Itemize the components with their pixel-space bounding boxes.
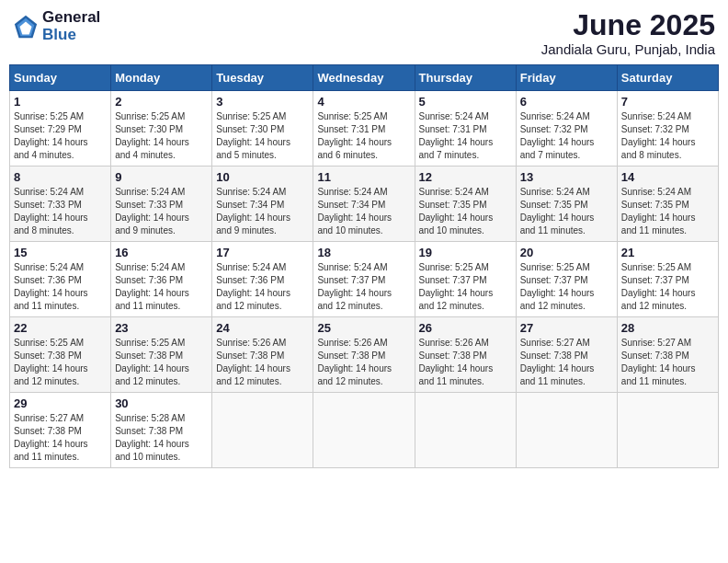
day-number: 17 (216, 246, 309, 259)
calendar-cell: 15Sunrise: 5:24 AM Sunset: 7:36 PM Dayli… (10, 242, 111, 317)
day-number: 10 (216, 170, 309, 184)
calendar-cell: 13Sunrise: 5:24 AM Sunset: 7:35 PM Dayli… (516, 167, 617, 242)
day-detail: Sunrise: 5:24 AM Sunset: 7:35 PM Dayligh… (419, 186, 512, 237)
day-number: 2 (115, 95, 208, 109)
day-number: 14 (621, 170, 714, 184)
day-detail: Sunrise: 5:24 AM Sunset: 7:36 PM Dayligh… (14, 261, 107, 313)
calendar-cell (617, 393, 718, 468)
title-block: June 2025 Jandiala Guru, Punjab, India (541, 9, 715, 57)
calendar-cell: 24Sunrise: 5:26 AM Sunset: 7:38 PM Dayli… (212, 317, 313, 393)
calendar-cell: 14Sunrise: 5:24 AM Sunset: 7:35 PM Dayli… (617, 167, 718, 242)
day-detail: Sunrise: 5:25 AM Sunset: 7:30 PM Dayligh… (115, 110, 208, 162)
day-detail: Sunrise: 5:25 AM Sunset: 7:37 PM Dayligh… (419, 261, 512, 313)
calendar-cell: 25Sunrise: 5:26 AM Sunset: 7:38 PM Dayli… (313, 317, 415, 393)
day-number: 11 (317, 170, 410, 184)
day-detail: Sunrise: 5:24 AM Sunset: 7:32 PM Dayligh… (621, 110, 714, 162)
calendar-cell: 23Sunrise: 5:25 AM Sunset: 7:38 PM Dayli… (111, 317, 212, 393)
day-number: 8 (14, 170, 107, 184)
day-number: 5 (419, 95, 512, 109)
day-detail: Sunrise: 5:24 AM Sunset: 7:31 PM Dayligh… (419, 110, 512, 162)
calendar-cell: 27Sunrise: 5:27 AM Sunset: 7:38 PM Dayli… (516, 317, 617, 393)
calendar-cell: 12Sunrise: 5:24 AM Sunset: 7:35 PM Dayli… (415, 167, 516, 242)
day-number: 7 (621, 95, 714, 109)
day-number: 21 (621, 246, 714, 259)
calendar-cell: 8Sunrise: 5:24 AM Sunset: 7:33 PM Daylig… (10, 167, 111, 242)
weekday-header-friday: Friday (516, 65, 617, 91)
day-detail: Sunrise: 5:26 AM Sunset: 7:38 PM Dayligh… (216, 337, 309, 388)
calendar-cell: 30Sunrise: 5:28 AM Sunset: 7:38 PM Dayli… (111, 393, 212, 468)
day-number: 15 (14, 246, 107, 259)
calendar-cell (415, 393, 516, 468)
day-detail: Sunrise: 5:26 AM Sunset: 7:38 PM Dayligh… (419, 337, 512, 388)
calendar-cell: 21Sunrise: 5:25 AM Sunset: 7:37 PM Dayli… (617, 242, 718, 317)
logo-icon (13, 14, 39, 40)
day-number: 23 (115, 321, 208, 335)
day-number: 30 (115, 396, 208, 410)
calendar-week-3: 15Sunrise: 5:24 AM Sunset: 7:36 PM Dayli… (10, 242, 719, 317)
day-number: 3 (216, 95, 309, 109)
calendar-cell (212, 393, 313, 468)
day-number: 13 (520, 170, 613, 184)
calendar-cell: 20Sunrise: 5:25 AM Sunset: 7:37 PM Dayli… (516, 242, 617, 317)
location-subtitle: Jandiala Guru, Punjab, India (541, 41, 715, 57)
calendar-cell: 11Sunrise: 5:24 AM Sunset: 7:34 PM Dayli… (313, 167, 415, 242)
day-detail: Sunrise: 5:24 AM Sunset: 7:37 PM Dayligh… (317, 261, 410, 313)
day-detail: Sunrise: 5:24 AM Sunset: 7:33 PM Dayligh… (115, 186, 208, 237)
weekday-header-row: SundayMondayTuesdayWednesdayThursdayFrid… (10, 65, 719, 91)
calendar-cell: 17Sunrise: 5:24 AM Sunset: 7:36 PM Dayli… (212, 242, 313, 317)
day-detail: Sunrise: 5:27 AM Sunset: 7:38 PM Dayligh… (621, 337, 714, 388)
day-number: 20 (520, 246, 613, 259)
day-detail: Sunrise: 5:24 AM Sunset: 7:35 PM Dayligh… (520, 186, 613, 237)
calendar-week-5: 29Sunrise: 5:27 AM Sunset: 7:38 PM Dayli… (10, 393, 719, 468)
day-number: 4 (317, 95, 410, 109)
weekday-header-sunday: Sunday (10, 65, 111, 91)
calendar-table: SundayMondayTuesdayWednesdayThursdayFrid… (9, 64, 719, 468)
month-year-title: June 2025 (541, 9, 715, 41)
calendar-week-1: 1Sunrise: 5:25 AM Sunset: 7:29 PM Daylig… (10, 91, 719, 167)
day-detail: Sunrise: 5:27 AM Sunset: 7:38 PM Dayligh… (14, 412, 107, 464)
calendar-week-2: 8Sunrise: 5:24 AM Sunset: 7:33 PM Daylig… (10, 167, 719, 242)
day-detail: Sunrise: 5:24 AM Sunset: 7:36 PM Dayligh… (115, 261, 208, 313)
calendar-cell: 28Sunrise: 5:27 AM Sunset: 7:38 PM Dayli… (617, 317, 718, 393)
day-number: 19 (419, 246, 512, 259)
day-number: 18 (317, 246, 410, 259)
day-detail: Sunrise: 5:27 AM Sunset: 7:38 PM Dayligh… (520, 337, 613, 388)
weekday-header-thursday: Thursday (415, 65, 516, 91)
day-detail: Sunrise: 5:24 AM Sunset: 7:35 PM Dayligh… (621, 186, 714, 237)
day-detail: Sunrise: 5:25 AM Sunset: 7:38 PM Dayligh… (14, 337, 107, 388)
calendar-cell: 5Sunrise: 5:24 AM Sunset: 7:31 PM Daylig… (415, 91, 516, 167)
day-detail: Sunrise: 5:24 AM Sunset: 7:34 PM Dayligh… (317, 186, 410, 237)
weekday-header-wednesday: Wednesday (313, 65, 415, 91)
day-number: 22 (14, 321, 107, 335)
day-detail: Sunrise: 5:24 AM Sunset: 7:33 PM Dayligh… (14, 186, 107, 237)
day-number: 27 (520, 321, 613, 335)
calendar-cell: 2Sunrise: 5:25 AM Sunset: 7:30 PM Daylig… (111, 91, 212, 167)
calendar-cell: 18Sunrise: 5:24 AM Sunset: 7:37 PM Dayli… (313, 242, 415, 317)
calendar-cell (313, 393, 415, 468)
day-detail: Sunrise: 5:26 AM Sunset: 7:38 PM Dayligh… (317, 337, 410, 388)
calendar-cell: 29Sunrise: 5:27 AM Sunset: 7:38 PM Dayli… (10, 393, 111, 468)
logo: General Blue (13, 9, 100, 43)
day-number: 26 (419, 321, 512, 335)
calendar-cell: 10Sunrise: 5:24 AM Sunset: 7:34 PM Dayli… (212, 167, 313, 242)
weekday-header-saturday: Saturday (617, 65, 718, 91)
calendar-cell: 22Sunrise: 5:25 AM Sunset: 7:38 PM Dayli… (10, 317, 111, 393)
calendar-cell: 9Sunrise: 5:24 AM Sunset: 7:33 PM Daylig… (111, 167, 212, 242)
day-number: 25 (317, 321, 410, 335)
day-detail: Sunrise: 5:25 AM Sunset: 7:38 PM Dayligh… (115, 337, 208, 388)
day-number: 16 (115, 246, 208, 259)
page-header: General Blue June 2025 Jandiala Guru, Pu… (9, 9, 719, 57)
day-detail: Sunrise: 5:24 AM Sunset: 7:34 PM Dayligh… (216, 186, 309, 237)
calendar-cell: 1Sunrise: 5:25 AM Sunset: 7:29 PM Daylig… (10, 91, 111, 167)
calendar-cell: 19Sunrise: 5:25 AM Sunset: 7:37 PM Dayli… (415, 242, 516, 317)
day-number: 29 (14, 396, 107, 410)
calendar-week-4: 22Sunrise: 5:25 AM Sunset: 7:38 PM Dayli… (10, 317, 719, 393)
calendar-cell: 6Sunrise: 5:24 AM Sunset: 7:32 PM Daylig… (516, 91, 617, 167)
weekday-header-tuesday: Tuesday (212, 65, 313, 91)
calendar-cell: 16Sunrise: 5:24 AM Sunset: 7:36 PM Dayli… (111, 242, 212, 317)
day-detail: Sunrise: 5:25 AM Sunset: 7:30 PM Dayligh… (216, 110, 309, 162)
weekday-header-monday: Monday (111, 65, 212, 91)
logo-text: General Blue (42, 9, 100, 43)
day-number: 6 (520, 95, 613, 109)
calendar-cell: 3Sunrise: 5:25 AM Sunset: 7:30 PM Daylig… (212, 91, 313, 167)
